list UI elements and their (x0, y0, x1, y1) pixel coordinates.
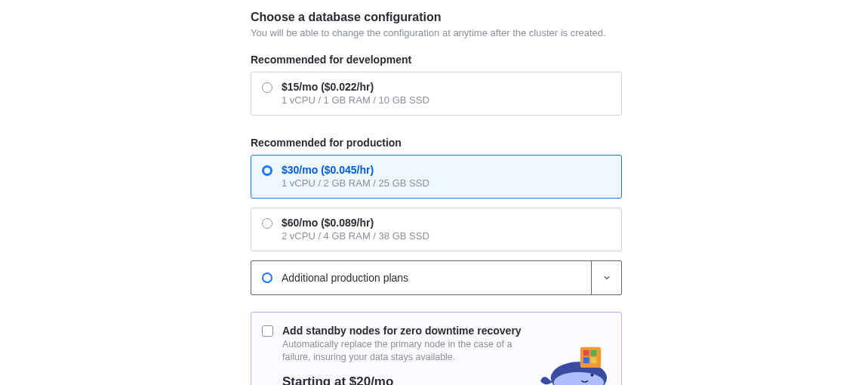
plan-option-prod-60[interactable]: $60/mo ($0.089/hr) 2 vCPU / 4 GB RAM / 3… (251, 208, 622, 251)
plan-option-dev-15[interactable]: $15/mo ($0.022/hr) 1 vCPU / 1 GB RAM / 1… (251, 72, 622, 116)
svg-rect-5 (591, 350, 597, 356)
plan-specs: 1 vCPU / 2 GB RAM / 25 GB SSD (282, 177, 611, 189)
additional-plans-row: Additional production plans (251, 260, 622, 295)
radio-outline-icon (262, 273, 272, 283)
chevron-down-icon (602, 273, 611, 282)
whale-illustration (534, 337, 617, 385)
standby-nodes-card: Add standby nodes for zero downtime reco… (251, 312, 622, 385)
svg-rect-4 (583, 350, 589, 356)
prod-section-label: Recommended for production (251, 137, 622, 149)
plan-price: $60/mo ($0.089/hr) (282, 217, 611, 229)
plan-price: $30/mo ($0.045/hr) (282, 164, 611, 176)
additional-plans-label: Additional production plans (282, 272, 408, 284)
plan-option-prod-30[interactable]: $30/mo ($0.045/hr) 1 vCPU / 2 GB RAM / 2… (251, 155, 622, 199)
svg-point-8 (591, 374, 594, 377)
page-subtitle: You will be able to change the configura… (251, 27, 622, 38)
additional-plans-expand-button[interactable] (591, 261, 621, 294)
standby-checkbox[interactable] (262, 325, 273, 337)
page-title: Choose a database configuration (251, 11, 622, 24)
svg-rect-7 (591, 357, 597, 363)
plan-specs: 2 vCPU / 4 GB RAM / 38 GB SSD (282, 230, 611, 242)
standby-price: Starting at $20/mo (282, 374, 524, 385)
dev-section-label: Recommended for development (251, 54, 622, 66)
plan-price: $15/mo ($0.022/hr) (282, 81, 611, 93)
additional-plans-button[interactable]: Additional production plans (251, 261, 591, 294)
radio-unselected-icon (262, 218, 272, 229)
plan-specs: 1 vCPU / 1 GB RAM / 10 GB SSD (282, 94, 611, 106)
standby-description: Automatically replace the primary node i… (282, 338, 524, 364)
radio-selected-icon (262, 165, 272, 176)
radio-unselected-icon (262, 82, 272, 93)
standby-title: Add standby nodes for zero downtime reco… (282, 325, 524, 337)
svg-rect-6 (583, 357, 589, 363)
